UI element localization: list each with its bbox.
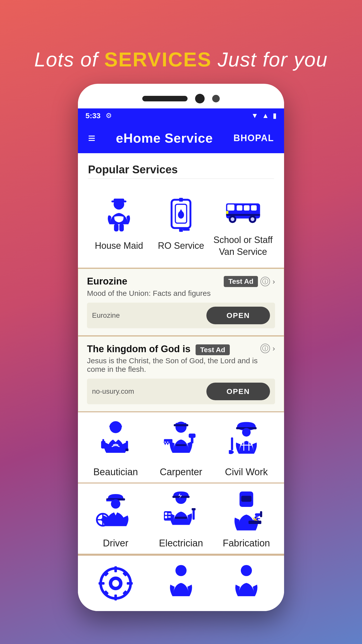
electrician-icon (158, 489, 204, 534)
settings-icon: ⚙ (106, 111, 112, 120)
battery-icon: ▮ (273, 111, 277, 120)
driver-label: Driver (103, 538, 128, 549)
phone-camera-main (195, 94, 205, 103)
tagline-suffix: Just for you (212, 48, 328, 71)
info-icon-1[interactable]: ⓘ (260, 277, 270, 286)
svg-point-74 (112, 580, 119, 587)
phone-speaker (142, 96, 188, 101)
svg-rect-38 (231, 437, 233, 450)
beautician-label: Beautician (93, 467, 138, 477)
service-civil-work[interactable]: Civil Work (214, 417, 279, 477)
svg-rect-2 (114, 199, 124, 202)
svg-point-20 (251, 217, 254, 221)
svg-rect-33 (189, 434, 196, 438)
status-left: 5:33 ⚙ (85, 111, 112, 120)
ad-open-button-1[interactable]: OPEN (206, 307, 270, 324)
service-driver[interactable]: Driver (83, 489, 148, 549)
svg-rect-65 (255, 513, 261, 516)
svg-rect-51 (164, 511, 172, 520)
svg-rect-7 (179, 198, 183, 202)
background: Lots of SERVICES Just for you 5:33 ⚙ ▼ ▲… (0, 0, 362, 644)
test-ad-badge-2: Test Ad (196, 344, 230, 355)
arrow-right-2: › (273, 344, 275, 353)
svg-point-18 (231, 217, 234, 221)
svg-rect-50 (175, 517, 187, 519)
svg-rect-67 (249, 521, 261, 524)
svg-rect-59 (241, 496, 252, 502)
service-grid-row-1: Beautician (78, 412, 284, 484)
carpenter-label: Carpenter (160, 467, 202, 477)
ad-description-1: Mood of the Union: Facts and figures (87, 289, 275, 298)
ad-source-1: Eurozine (92, 311, 120, 319)
wifi-icon: ▼ (251, 112, 258, 120)
svg-rect-76 (114, 594, 117, 600)
phone-top-bar (78, 91, 284, 108)
partial-item-2[interactable] (148, 561, 214, 606)
arrow-right-1: › (273, 277, 275, 286)
svg-point-83 (175, 565, 187, 576)
fabrication-label: Fabrication (223, 538, 270, 549)
services-row: House Maid (88, 189, 274, 258)
svg-rect-34 (176, 444, 186, 446)
svg-rect-21 (226, 211, 228, 214)
svg-rect-54 (168, 513, 171, 515)
info-icon-2[interactable]: ⓘ (260, 344, 270, 353)
ad-card-2: The kingdom of God is Test Ad ⓘ › Jesus … (78, 336, 284, 412)
service-van[interactable]: School or StaffVan Service (212, 189, 274, 258)
svg-rect-13 (237, 205, 242, 211)
ad-card-1: Eurozine Test Ad ⓘ › Mood of the Union: … (78, 269, 284, 336)
app-header: ≡ eHome Service BHOPAL (78, 123, 284, 153)
hamburger-icon[interactable]: ≡ (88, 131, 95, 145)
partial-item-1[interactable] (83, 561, 148, 606)
svg-rect-14 (244, 205, 250, 211)
svg-point-37 (242, 428, 251, 437)
tagline-highlight: SERVICES (104, 48, 212, 71)
ro-service-icon (161, 195, 201, 235)
svg-point-42 (111, 499, 120, 509)
ad-open-button-2[interactable]: OPEN (206, 383, 270, 400)
service-ro[interactable]: RO Service (150, 195, 212, 252)
ad-badge-area-1: Test Ad ⓘ › (224, 276, 275, 287)
service-carpenter[interactable]: Carpenter (148, 417, 214, 477)
content-area: Popular Services (78, 153, 284, 611)
ro-service-label: RO Service (158, 240, 204, 252)
ad-badge-area-2: ⓘ › (260, 344, 275, 353)
partial-icon-3 (224, 561, 269, 606)
ad-company-text-2: The kingdom of God is (87, 344, 191, 354)
svg-rect-26 (126, 441, 128, 450)
service-house-maid[interactable]: House Maid (88, 195, 150, 252)
svg-rect-55 (168, 516, 171, 518)
svg-rect-8 (179, 227, 183, 232)
electrician-label: Electrician (159, 538, 203, 549)
popular-services-title: Popular Services (88, 163, 274, 176)
svg-rect-25 (102, 439, 104, 442)
van-icon (223, 189, 263, 229)
ad-top-1: Eurozine Test Ad ⓘ › (87, 276, 275, 287)
svg-rect-16 (227, 205, 235, 211)
van-service-label: School or StaffVan Service (213, 234, 273, 258)
city-label: BHOPAL (234, 133, 274, 143)
service-beautician[interactable]: Beautician (83, 417, 148, 477)
svg-rect-22 (226, 214, 260, 216)
ad-footer-1: Eurozine OPEN (87, 303, 275, 328)
ad-footer-2: no-usury.com OPEN (87, 379, 275, 404)
ad-company-2: The kingdom of God is Test Ad (87, 344, 230, 354)
status-bar: 5:33 ⚙ ▼ ▲ ▮ (78, 108, 284, 123)
svg-rect-9 (183, 229, 190, 231)
service-electrician[interactable]: Electrician (148, 489, 214, 549)
svg-rect-24 (101, 441, 105, 449)
ad-company-1: Eurozine (87, 276, 127, 287)
svg-rect-66 (260, 511, 262, 517)
beautician-icon (93, 417, 138, 463)
phone-camera-secondary (212, 95, 220, 102)
civil-work-icon (224, 417, 269, 463)
partial-item-3[interactable] (214, 561, 279, 606)
partial-icon-2 (158, 561, 204, 606)
signal-icon: ▲ (262, 112, 269, 120)
house-maid-label: House Maid (95, 240, 143, 252)
svg-rect-4 (119, 224, 124, 231)
svg-point-52 (165, 512, 167, 515)
svg-rect-78 (127, 582, 133, 585)
fabrication-icon (224, 489, 269, 534)
service-fabrication[interactable]: Fabrication (214, 489, 279, 549)
